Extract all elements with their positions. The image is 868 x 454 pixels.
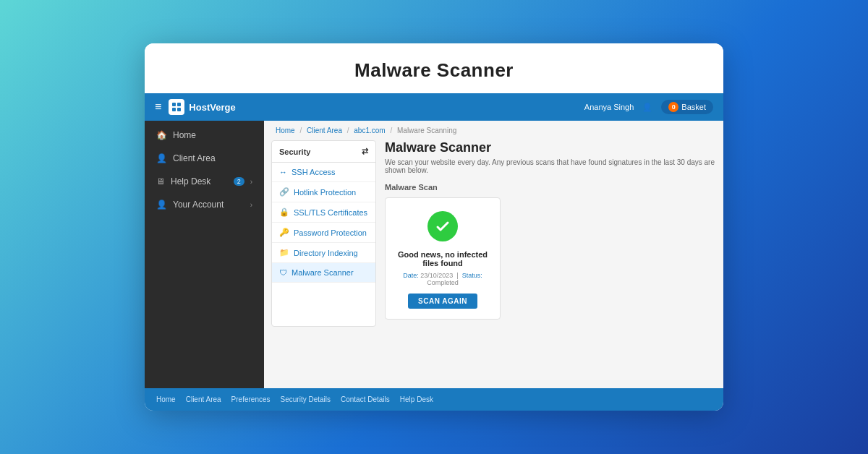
main-layout: 🏠 Home 👤 Client Area 🖥 Help Desk 2 › 👤 Y…: [145, 121, 723, 388]
check-icon: [427, 211, 458, 241]
ssh-icon: ↔: [279, 168, 287, 176]
svg-rect-2: [172, 108, 176, 111]
page-title: Malware Scanner: [145, 43, 723, 93]
chevron-right-icon: ›: [250, 178, 252, 186]
directory-icon: 📁: [279, 248, 289, 257]
client-area-icon: 👤: [156, 153, 167, 163]
sec-item-ssh[interactable]: ↔ SSH Access: [272, 163, 375, 182]
top-nav: ≡ HostVerge Ananya Singh 👤 0 Basket: [145, 93, 723, 121]
sec-item-hotlink[interactable]: 🔗 Hotlink Protection: [272, 182, 375, 202]
malware-icon: 🛡: [279, 268, 287, 277]
breadcrumb-current: Malware Scanning: [397, 127, 456, 134]
basket-label: Basket: [681, 103, 706, 111]
sec-item-label: SSL/TLS Certificates: [294, 208, 367, 217]
sidebar: 🏠 Home 👤 Client Area 🖥 Help Desk 2 › 👤 Y…: [145, 121, 264, 388]
help-desk-badge: 2: [234, 177, 244, 186]
footer-link-help-desk[interactable]: Help Desk: [400, 395, 433, 403]
scan-result-box: Good news, no infected files found Date:…: [385, 197, 501, 320]
right-nav: Ananya Singh 👤 0 Basket: [584, 100, 713, 114]
footer-link-contact-details[interactable]: Contact Details: [341, 395, 390, 403]
svg-rect-3: [177, 108, 181, 111]
breadcrumb-client-area[interactable]: Client Area: [307, 127, 342, 134]
scanner-title: Malware Scanner: [385, 140, 716, 155]
footer: Home Client Area Preferences Security De…: [145, 388, 723, 411]
svg-rect-0: [172, 103, 176, 106]
date-value: 23/10/2023: [420, 272, 453, 279]
hotlink-icon: 🔗: [279, 187, 289, 197]
security-panel: Security ⇄ ↔ SSH Access 🔗 Hotlink Protec…: [271, 140, 376, 327]
sec-item-label: SSH Access: [292, 168, 336, 176]
sec-item-label: Directory Indexing: [294, 249, 358, 257]
user-icon: 👤: [642, 103, 652, 112]
scan-success-text: Good news, no infected files found: [396, 250, 490, 267]
date-label: Date:: [403, 272, 419, 279]
sec-item-ssl[interactable]: 🔒 SSL/TLS Certificates: [272, 202, 375, 223]
sec-item-malware[interactable]: 🛡 Malware Scanner: [272, 263, 375, 283]
scan-again-button[interactable]: SCAN AGAIN: [408, 294, 477, 309]
footer-link-security-details[interactable]: Security Details: [281, 395, 331, 403]
sec-item-label: Malware Scanner: [292, 268, 354, 277]
sec-item-directory[interactable]: 📁 Directory Indexing: [272, 243, 375, 263]
ssl-icon: 🔒: [279, 207, 289, 217]
basket-button[interactable]: 0 Basket: [661, 100, 713, 114]
outer-card: Malware Scanner ≡ HostVerge Ananya Singh…: [145, 43, 723, 411]
sidebar-item-home[interactable]: 🏠 Home: [145, 124, 264, 147]
sidebar-item-client-area[interactable]: 👤 Client Area: [145, 147, 264, 170]
scanner-desc: We scan your website every day. Any prev…: [385, 158, 716, 174]
status-value: Completed: [427, 279, 459, 286]
security-panel-header: Security ⇄: [272, 141, 375, 163]
sec-item-password[interactable]: 🔑 Password Protection: [272, 223, 375, 243]
footer-link-preferences[interactable]: Preferences: [231, 395, 271, 403]
svg-rect-1: [177, 103, 181, 106]
breadcrumb-sep: /: [299, 127, 302, 134]
logo-area: HostVerge: [169, 99, 235, 115]
breadcrumb-home[interactable]: Home: [276, 127, 295, 134]
expand-icon[interactable]: ⇄: [362, 147, 368, 156]
sec-item-label: Password Protection: [294, 228, 367, 237]
sidebar-item-label: Help Desk: [171, 176, 228, 187]
sidebar-item-help-desk[interactable]: 🖥 Help Desk 2 ›: [145, 170, 264, 193]
home-icon: 🏠: [156, 130, 167, 140]
malware-scan-label: Malware Scan: [385, 183, 716, 192]
sidebar-item-label: Client Area: [173, 153, 252, 163]
sidebar-item-your-account[interactable]: 👤 Your Account ›: [145, 193, 264, 216]
footer-link-client-area[interactable]: Client Area: [186, 395, 221, 403]
sidebar-item-label: Your Account: [173, 200, 244, 210]
breadcrumb-sep: /: [390, 127, 392, 134]
sec-item-label: Hotlink Protection: [294, 188, 356, 197]
scan-meta: Date: 23/10/2023 | Status: Completed: [396, 272, 490, 286]
breadcrumb-domain[interactable]: abc1.com: [354, 127, 385, 134]
status-label: Status:: [462, 272, 482, 279]
content-area: Home / Client Area / abc1.com / Malware …: [264, 121, 723, 388]
chevron-right-icon: ›: [250, 201, 252, 209]
brand-name: HostVerge: [189, 102, 235, 113]
scanner-content: Malware Scanner We scan your website eve…: [385, 140, 716, 327]
help-desk-icon: 🖥: [156, 176, 165, 187]
user-name: Ananya Singh: [584, 103, 634, 111]
content-inner: Security ⇄ ↔ SSH Access 🔗 Hotlink Protec…: [264, 140, 723, 334]
basket-count: 0: [668, 102, 678, 112]
breadcrumb-sep: /: [347, 127, 349, 134]
account-icon: 👤: [156, 200, 167, 210]
password-icon: 🔑: [279, 228, 289, 237]
sidebar-item-label: Home: [173, 130, 252, 140]
footer-link-home[interactable]: Home: [156, 395, 176, 403]
logo-icon: [169, 99, 184, 115]
hamburger-icon[interactable]: ≡: [155, 100, 161, 113]
breadcrumb: Home / Client Area / abc1.com / Malware …: [264, 121, 723, 140]
